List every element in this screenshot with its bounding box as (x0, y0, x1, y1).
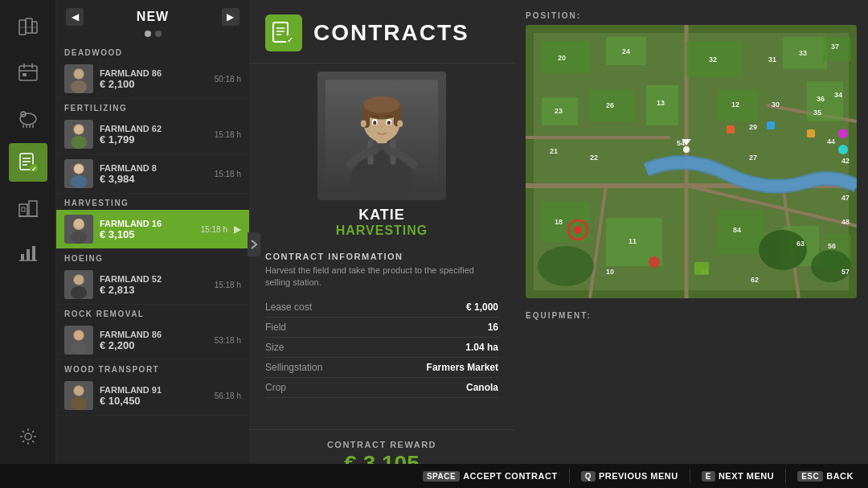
svg-text:20: 20 (558, 54, 566, 62)
selected-arrow: ▶ (234, 223, 241, 235)
svg-rect-27 (27, 249, 30, 260)
sidebar-icon-map[interactable] (9, 8, 47, 47)
contract-info-rock-86: FARMLAND 86 € 2,200 (100, 330, 208, 351)
avatar-wood-91 (64, 381, 93, 410)
svg-point-44 (74, 275, 84, 285)
svg-rect-1 (26, 18, 32, 33)
svg-rect-142 (694, 262, 709, 275)
svg-rect-139 (807, 129, 815, 137)
time-rock-86: 53:18 h (215, 336, 241, 345)
sidebar-icon-stats[interactable] (9, 233, 47, 272)
contract-info-section: CONTRACT INFORMATION Harvest the field a… (249, 242, 514, 429)
svg-text:13: 13 (657, 99, 665, 107)
farmland-label-fertilizing-62: FARMLAND 62 (100, 124, 208, 133)
detail-row: Field16 (265, 317, 498, 337)
page-dots (56, 31, 249, 43)
avatar-rock-86 (64, 326, 93, 355)
contract-item-wood-91[interactable]: FARMLAND 91 € 10,450 56:18 h (56, 376, 249, 416)
detail-label: Sellingstation (265, 357, 371, 377)
svg-text:63: 63 (796, 240, 805, 248)
divider-3 (785, 469, 786, 483)
svg-text:22: 22 (590, 154, 598, 162)
price-hoeing-52: € 2,813 (100, 284, 208, 296)
svg-text:27: 27 (749, 154, 757, 162)
sidebar-icon-settings[interactable] (9, 417, 47, 456)
svg-point-100 (759, 230, 807, 270)
svg-point-75 (397, 120, 403, 127)
svg-point-73 (389, 121, 391, 122)
svg-point-46 (71, 342, 87, 355)
svg-point-72 (375, 121, 376, 122)
character-area: KATIE HARVESTING (249, 64, 514, 242)
q-key: Q (581, 471, 596, 482)
svg-text:18: 18 (555, 218, 563, 226)
farmland-label-deadwood-86: FARMLAND 86 (100, 68, 208, 78)
svg-text:12: 12 (731, 100, 739, 109)
farmland-label-fertilizing-8: FARMLAND 8 (100, 163, 208, 173)
previous-menu-button[interactable]: Q PREVIOUS MENU (575, 470, 685, 483)
contracts-header: ✓ CONTRACTS (249, 0, 514, 64)
svg-text:32: 32 (709, 55, 717, 64)
svg-rect-8 (23, 73, 27, 76)
character-name: KATIE (358, 207, 405, 223)
svg-rect-137 (727, 125, 735, 133)
svg-point-49 (71, 397, 87, 410)
detail-value: Farmers Market (371, 357, 499, 377)
svg-point-41 (74, 219, 84, 228)
time-harvesting-16: 15:18 h (201, 225, 227, 234)
contract-info-hoeing-52: FARMLAND 52 € 2,813 (100, 274, 208, 296)
contract-item-rock-86[interactable]: FARMLAND 86 € 2,200 53:18 h (56, 321, 249, 360)
detail-row: Lease cost€ 1,000 (265, 297, 498, 318)
svg-text:11: 11 (628, 237, 637, 245)
svg-point-71 (387, 121, 391, 125)
prev-menu-label: PREVIOUS MENU (599, 471, 678, 481)
action-bar: SPACE ACCEPT CONTRACT Q PREVIOUS MENU E … (0, 464, 868, 488)
svg-point-136 (574, 226, 582, 234)
svg-point-101 (811, 250, 851, 282)
sidebar-expand-arrow[interactable] (248, 232, 260, 256)
avatar-deadwood-86 (64, 64, 93, 93)
category-fertilizing: FERTILIZING (56, 99, 249, 115)
sidebar-icon-contracts[interactable]: ✓ (9, 143, 47, 182)
svg-point-102 (538, 246, 594, 286)
time-hoeing-52: 15:18 h (215, 281, 241, 289)
page-dot-2 (155, 31, 162, 37)
detail-value: 1.04 ha (371, 337, 499, 357)
next-menu-button[interactable]: E NEXT MENU (695, 470, 780, 483)
svg-text:57: 57 (841, 268, 850, 276)
svg-text:48: 48 (841, 218, 850, 226)
reward-label: CONTRACT REWARD (265, 440, 498, 449)
sidebar-icon-calendar[interactable] (9, 53, 47, 92)
sidebar-icon-buildings[interactable] (9, 188, 47, 227)
price-wood-91: € 10,450 (100, 395, 208, 407)
svg-text:37: 37 (831, 43, 839, 51)
avatar-harvesting-16 (64, 215, 93, 244)
next-page-button[interactable]: ▶ (222, 8, 240, 26)
contract-info-fertilizing-62: FARMLAND 62 € 1,799 (100, 124, 208, 146)
prev-page-button[interactable]: ◀ (66, 8, 84, 26)
detail-value: 16 (371, 317, 499, 337)
svg-point-32 (74, 69, 84, 79)
contract-item-hoeing-52[interactable]: FARMLAND 52 € 2,813 15:18 h (56, 265, 249, 305)
back-button[interactable]: ESC BACK (791, 470, 860, 483)
contract-item-harvesting-16[interactable]: FARMLAND 16 € 3,105 15:18 h ▶ (56, 210, 249, 249)
contract-item-fertilizing-62[interactable]: FARMLAND 62 € 1,799 15:18 h (56, 115, 249, 154)
svg-text:33: 33 (799, 49, 807, 57)
contract-item-fertilizing-8[interactable]: FARMLAND 8 € 3,984 15:18 h (56, 154, 249, 194)
divider-2 (690, 469, 690, 483)
page-dot-1 (145, 31, 151, 37)
svg-point-74 (361, 120, 366, 127)
contract-item-deadwood-86[interactable]: FARMLAND 86 € 2,100 50:18 h (56, 59, 249, 99)
svg-text:56: 56 (828, 242, 836, 250)
back-label: BACK (826, 471, 854, 481)
svg-rect-24 (22, 207, 25, 211)
category-wood-transport: WOOD TRANSPORT (56, 360, 249, 376)
detail-label: Lease cost (265, 297, 371, 318)
sidebar-icon-animals[interactable] (9, 98, 47, 137)
avatar-fertilizing-8 (64, 159, 93, 188)
svg-point-40 (71, 231, 87, 244)
svg-text:26: 26 (606, 101, 614, 109)
contract-info-desc: Harvest the field and take the product t… (265, 265, 498, 289)
right-panel: POSITION: (514, 0, 868, 488)
accept-contract-button[interactable]: SPACE ACCEPT CONTRACT (416, 470, 564, 483)
